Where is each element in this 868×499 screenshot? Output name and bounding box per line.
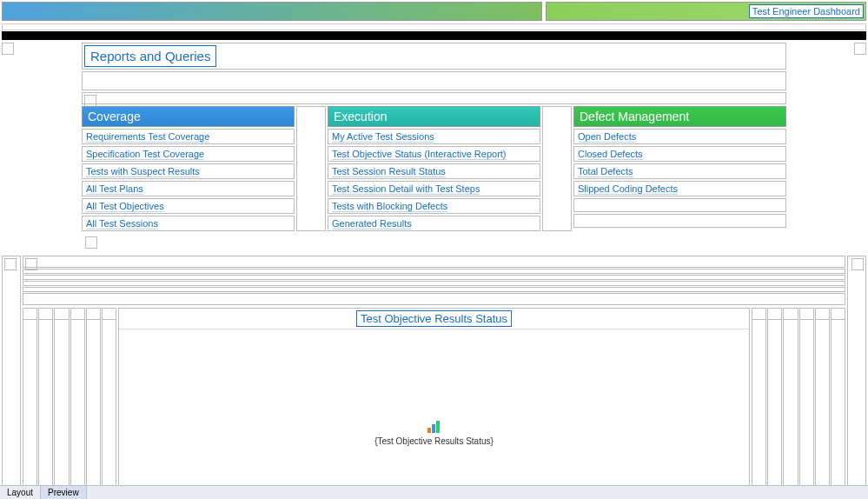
empty-cell — [84, 95, 96, 107]
section-title: Reports and Queries — [84, 45, 216, 67]
report-link[interactable]: Test Objective Status (Interactive Repor… — [328, 146, 540, 162]
report-link-text[interactable]: Test Objective Status (Interactive Repor… — [332, 149, 507, 160]
column-stubs-right — [752, 308, 845, 499]
section-title-cell: Reports and Queries — [82, 43, 786, 70]
report-link-text[interactable]: Test Session Result Status — [332, 166, 446, 177]
report-link[interactable]: Tests with Suspect Results — [82, 163, 295, 179]
report-link-text[interactable]: My Active Test Sessions — [332, 131, 434, 143]
panel-execution: Execution My Active Test SessionsTest Ob… — [328, 106, 540, 231]
report-link-text[interactable]: Tests with Suspect Results — [86, 166, 200, 177]
chart-title: Test Objective Results Status — [356, 310, 512, 327]
panel-header-execution: Execution — [328, 106, 540, 127]
report-link-text[interactable]: All Test Plans — [86, 183, 143, 195]
report-link-text[interactable]: Specification Test Coverage — [86, 149, 204, 160]
report-link[interactable]: All Test Objectives — [82, 198, 295, 214]
report-link-text[interactable]: All Test Objectives — [86, 201, 164, 212]
chart-area: Test Objective Results Status {Test Obje… — [118, 308, 750, 499]
header-gradient-left — [2, 2, 542, 21]
tab-preview[interactable]: Preview — [41, 486, 87, 499]
report-link[interactable]: Test Session Result Status — [328, 163, 540, 179]
report-link[interactable]: Closed Defects — [573, 146, 786, 162]
header-gradient-right: Test Engineer Dashboard — [546, 2, 866, 21]
lower-grid: Test Objective Results Status {Test Obje… — [0, 256, 868, 499]
stripes — [23, 256, 845, 306]
report-link-text[interactable]: Generated Results — [332, 218, 412, 230]
report-link[interactable]: Total Defects — [573, 163, 786, 179]
empty-row — [573, 214, 786, 228]
report-link[interactable]: Specification Test Coverage — [82, 146, 295, 162]
spacer-row — [82, 92, 786, 104]
report-link[interactable]: All Test Sessions — [82, 216, 295, 231]
reports-grid: Reports and Queries Coverage Requirement… — [0, 41, 868, 256]
report-link-text[interactable]: Open Defects — [578, 131, 636, 143]
report-link[interactable]: My Active Test Sessions — [328, 129, 540, 144]
tab-layout[interactable]: Layout — [0, 486, 41, 499]
divider-bar — [2, 31, 866, 40]
report-link-text[interactable]: Tests with Blocking Defects — [332, 201, 447, 212]
panel-spacer — [542, 106, 572, 231]
report-link[interactable]: Requirements Test Coverage — [82, 129, 295, 144]
footer-tabs: Layout Preview — [0, 485, 868, 499]
panel-header-defect: Defect Management — [573, 106, 786, 127]
panel-defect: Defect Management Open DefectsClosed Def… — [573, 106, 786, 231]
report-link-text[interactable]: Test Session Detail with Test Steps — [332, 183, 480, 195]
panel-coverage: Coverage Requirements Test CoverageSpeci… — [82, 106, 295, 231]
empty-cell — [25, 258, 37, 270]
report-link-text[interactable]: Slipped Coding Defects — [578, 183, 678, 195]
report-link[interactable]: All Test Plans — [82, 181, 295, 196]
panels-row: Coverage Requirements Test CoverageSpeci… — [82, 106, 786, 231]
report-link-text[interactable]: Requirements Test Coverage — [86, 131, 209, 143]
report-link[interactable]: Tests with Blocking Defects — [328, 198, 540, 214]
bar-chart-icon — [427, 421, 441, 433]
empty-cell — [2, 43, 14, 55]
dashboard-title-link[interactable]: Test Engineer Dashboard — [749, 4, 864, 18]
panel-spacer — [296, 106, 326, 231]
empty-cell — [851, 258, 864, 270]
empty-cell — [85, 236, 97, 249]
empty-cell — [4, 258, 17, 270]
empty-row — [573, 198, 786, 212]
report-link[interactable]: Open Defects — [573, 129, 786, 144]
header-bar: Test Engineer Dashboard — [0, 0, 868, 23]
lower-side-left — [2, 256, 21, 499]
report-link[interactable]: Test Session Detail with Test Steps — [328, 181, 540, 196]
panel-header-coverage: Coverage — [82, 106, 295, 127]
chart-placeholder-text: {Test Objective Results Status} — [374, 436, 494, 446]
spacer-cell — [2, 23, 866, 30]
column-stubs-left — [23, 308, 116, 499]
report-link[interactable]: Slipped Coding Defects — [573, 181, 786, 196]
report-link-text[interactable]: Total Defects — [578, 166, 633, 177]
report-link-text[interactable]: All Test Sessions — [86, 218, 158, 230]
report-link[interactable]: Generated Results — [328, 216, 540, 231]
report-link-text[interactable]: Closed Defects — [578, 149, 643, 160]
chart-canvas: {Test Objective Results Status} — [119, 329, 749, 499]
empty-cell — [854, 43, 866, 55]
lower-side-right — [847, 256, 866, 499]
spacer-row — [82, 71, 786, 90]
